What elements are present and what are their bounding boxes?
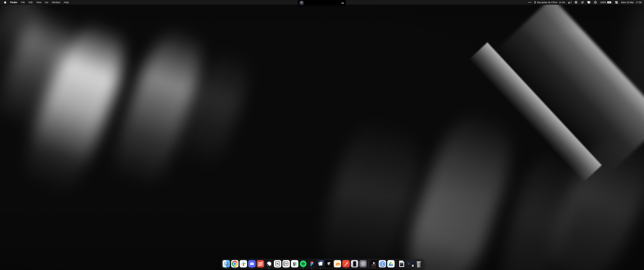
- overlapping-cards-icon: [317, 260, 324, 267]
- running-indicator: [226, 268, 226, 269]
- dock-app-1password[interactable]: [379, 260, 386, 269]
- dock-app-google-drive[interactable]: [387, 260, 394, 269]
- clock-time: 17:58: [636, 1, 642, 4]
- status-overflow-button[interactable]: •••: [528, 0, 532, 5]
- wallpaper-vignette: [0, 0, 644, 270]
- apple-logo-icon: [4, 1, 6, 4]
- battery-percent: 100%: [600, 1, 606, 4]
- gear-icon: [360, 260, 367, 267]
- reminder-text: Dar jantar do Chico · in 2m: [537, 1, 565, 4]
- notion-icon: N: [274, 260, 281, 267]
- dock-app-notion-calendar[interactable]: 10: [282, 260, 290, 269]
- mammoth-icon: [334, 260, 341, 267]
- running-indicator: [277, 268, 278, 269]
- minimized-window-thumbnail: 10: [406, 260, 414, 267]
- text-cursor-icon: [571, 1, 571, 3]
- dock-file-document[interactable]: [398, 260, 405, 269]
- raycast-icon: raycast: [370, 260, 378, 267]
- status-display[interactable]: [587, 0, 591, 5]
- audio-visualizer-icon: [342, 2, 344, 4]
- dock: N 10 g: [221, 259, 424, 269]
- trash-icon: [415, 260, 422, 267]
- todoist-icon: [257, 260, 264, 267]
- notion-calendar-icon: 10: [282, 260, 290, 267]
- dock-app-ivory[interactable]: [334, 260, 341, 269]
- apple-menu[interactable]: [2, 0, 8, 5]
- running-indicator: [234, 268, 235, 269]
- dock-app-notion[interactable]: N: [274, 260, 281, 269]
- dock-app-superhuman[interactable]: [342, 260, 350, 269]
- status-reminder[interactable]: Dar jantar do Chico · in 2m: [535, 0, 565, 5]
- chrome-icon: [231, 260, 238, 267]
- dock-divider: [396, 260, 396, 267]
- dock-app-discord[interactable]: [248, 260, 256, 269]
- figma-icon: [308, 260, 316, 267]
- slack-icon: [240, 260, 247, 267]
- clock-date: Mon 10 Mar: [621, 1, 634, 4]
- sunburst-icon: [574, 1, 578, 4]
- 1password-icon: [379, 260, 386, 267]
- menu-window[interactable]: Window: [50, 0, 62, 5]
- finder-icon: [222, 260, 230, 267]
- google-drive-icon: [387, 260, 394, 267]
- running-indicator: [303, 268, 304, 269]
- spotify-icon: [300, 260, 307, 267]
- notion-calendar-badge-icon: 10: [412, 264, 414, 267]
- running-indicator: [269, 268, 269, 269]
- badge-swoosh-icon: [581, 1, 584, 4]
- status-badge-swoosh[interactable]: [581, 0, 584, 5]
- dock-app-raycast[interactable]: raycast: [370, 260, 378, 269]
- menu-help[interactable]: Help: [62, 0, 70, 5]
- menu-view[interactable]: View: [34, 0, 43, 5]
- dock-app-overlapping-cards[interactable]: [317, 260, 324, 269]
- status-control-center[interactable]: [615, 0, 618, 5]
- discord-icon: [248, 260, 256, 267]
- status-battery[interactable]: 100%: [600, 0, 612, 5]
- keyhole-circle-icon: [594, 1, 597, 4]
- grammarly-icon: g: [291, 260, 298, 267]
- iphone-icon: [351, 260, 358, 267]
- dock-app-todoist[interactable]: [257, 260, 264, 269]
- battery-charging-icon: [607, 1, 612, 4]
- running-indicator: [286, 268, 286, 269]
- menu-bar-clock[interactable]: Mon 10 Mar 17:58: [621, 0, 642, 5]
- dock-app-grammarly[interactable]: g: [291, 260, 298, 269]
- dock-app-spotify[interactable]: [300, 260, 307, 269]
- menu-go[interactable]: Go: [43, 0, 50, 5]
- dock-app-iphone-mirroring[interactable]: [351, 260, 358, 269]
- status-1password[interactable]: [594, 0, 597, 5]
- dock-app-cube-3d[interactable]: [325, 260, 332, 269]
- now-playing-artwork: [300, 1, 304, 5]
- dock-minimized-window[interactable]: 10: [406, 260, 414, 269]
- menu-file[interactable]: File: [19, 0, 27, 5]
- notch-now-playing-widget[interactable]: [298, 0, 346, 6]
- running-indicator: [312, 268, 312, 269]
- dock-app-chrome[interactable]: [231, 260, 238, 269]
- grammarly-icon: g: [568, 1, 570, 4]
- dock-app-figma[interactable]: [308, 260, 316, 269]
- cube-3d-icon: [325, 260, 332, 267]
- dock-app-finder[interactable]: [222, 260, 230, 269]
- dock-trash[interactable]: [415, 260, 422, 269]
- linear-icon: [265, 260, 273, 267]
- dock-app-linear[interactable]: [265, 260, 273, 269]
- control-center-icon: [615, 1, 618, 4]
- reminder-bar-icon: [535, 1, 535, 4]
- menu-edit[interactable]: Edit: [27, 0, 34, 5]
- dock-divider: [368, 260, 368, 267]
- status-sunburst[interactable]: [574, 0, 578, 5]
- document-file-icon: [398, 260, 405, 267]
- dock-app-system-settings[interactable]: [360, 260, 367, 269]
- flying-figure-icon: [342, 260, 350, 267]
- status-grammarly[interactable]: g: [568, 0, 571, 5]
- display-icon: [587, 1, 591, 4]
- desktop[interactable]: Finder File Edit View Go Window Help •••…: [0, 0, 644, 270]
- running-indicator: [346, 268, 346, 269]
- running-indicator: [320, 268, 321, 269]
- running-indicator: [252, 268, 252, 269]
- dock-app-slack[interactable]: [240, 260, 247, 269]
- menu-finder[interactable]: Finder: [8, 0, 19, 5]
